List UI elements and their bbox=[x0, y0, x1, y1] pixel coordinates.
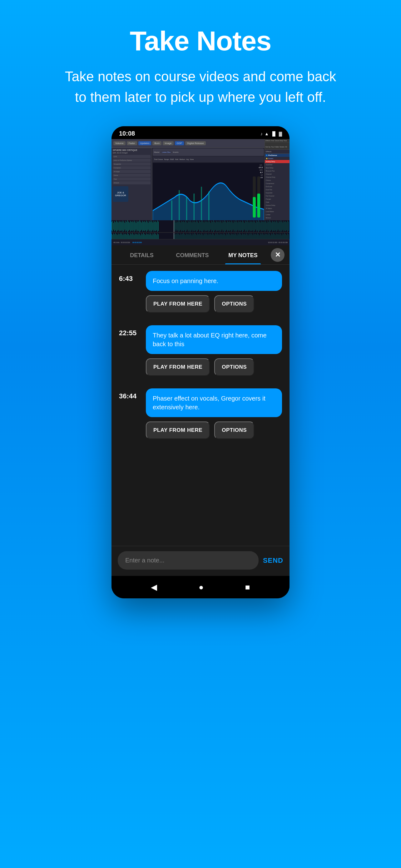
svg-rect-17 bbox=[118, 222, 119, 230]
svg-rect-43 bbox=[142, 221, 143, 231]
svg-rect-107 bbox=[216, 221, 216, 231]
svg-rect-24 bbox=[125, 223, 125, 230]
svg-rect-83 bbox=[194, 222, 194, 230]
svg-rect-34 bbox=[134, 221, 134, 232]
svg-rect-102 bbox=[211, 221, 212, 231]
tab-details[interactable]: DETAILS bbox=[116, 245, 167, 264]
svg-rect-144 bbox=[251, 222, 251, 230]
svg-rect-64 bbox=[176, 223, 176, 230]
svg-rect-92 bbox=[202, 220, 202, 232]
svg-rect-96 bbox=[206, 222, 206, 230]
recent-apps-button[interactable]: ■ bbox=[245, 582, 250, 592]
video-area: Volume Fader Updates Burn Image GDP Digi… bbox=[111, 139, 290, 245]
svg-rect-175 bbox=[280, 222, 280, 230]
svg-rect-158 bbox=[264, 222, 264, 230]
svg-rect-71 bbox=[182, 222, 183, 230]
play-from-here-button-3[interactable]: PLAY FROM HERE bbox=[146, 422, 210, 439]
note-input-field[interactable]: Enter a note... bbox=[118, 551, 259, 569]
svg-rect-110 bbox=[219, 222, 219, 230]
svg-rect-58 bbox=[157, 222, 157, 230]
svg-rect-54 bbox=[153, 222, 153, 230]
close-button[interactable]: ✕ bbox=[271, 248, 285, 262]
svg-rect-27 bbox=[127, 220, 128, 232]
send-button[interactable]: SEND bbox=[263, 556, 283, 565]
svg-rect-129 bbox=[237, 221, 237, 231]
options-button-1[interactable]: OPTIONS bbox=[214, 295, 254, 313]
svg-rect-163 bbox=[269, 222, 269, 230]
back-button[interactable]: ◀ bbox=[151, 582, 157, 592]
svg-rect-51 bbox=[150, 222, 150, 230]
note-timestamp-1: 6:43 bbox=[119, 271, 141, 313]
svg-rect-131 bbox=[239, 221, 239, 231]
svg-rect-147 bbox=[254, 221, 254, 232]
svg-rect-23 bbox=[124, 221, 124, 231]
svg-rect-49 bbox=[148, 223, 148, 230]
svg-rect-128 bbox=[236, 220, 236, 232]
tab-my-notes[interactable]: MY NOTES bbox=[218, 245, 268, 264]
home-button[interactable]: ● bbox=[199, 582, 204, 592]
svg-rect-183 bbox=[287, 221, 288, 232]
svg-rect-105 bbox=[214, 221, 214, 231]
tabs-row: DETAILS COMMENTS MY NOTES ✕ bbox=[111, 245, 290, 265]
status-icons: ♪ ▲ ▐▌ ▓ bbox=[261, 131, 282, 136]
svg-rect-181 bbox=[286, 221, 286, 231]
svg-rect-125 bbox=[233, 223, 233, 230]
svg-rect-32 bbox=[132, 221, 132, 231]
note-timestamp-3: 36:44 bbox=[119, 389, 141, 439]
svg-rect-60 bbox=[158, 221, 159, 231]
svg-rect-50 bbox=[149, 221, 149, 231]
svg-rect-30 bbox=[130, 221, 131, 231]
svg-rect-108 bbox=[217, 222, 218, 230]
svg-rect-135 bbox=[242, 221, 243, 232]
svg-rect-177 bbox=[282, 221, 282, 231]
svg-rect-118 bbox=[226, 222, 227, 230]
options-button-2[interactable]: OPTIONS bbox=[214, 359, 254, 376]
tab-comments[interactable]: COMMENTS bbox=[167, 245, 218, 264]
note-content-2: They talk a lot about EQ right here, com… bbox=[146, 325, 282, 376]
svg-rect-151 bbox=[257, 222, 258, 230]
svg-rect-121 bbox=[229, 221, 230, 231]
svg-rect-69 bbox=[180, 222, 181, 230]
svg-rect-7 bbox=[253, 197, 256, 218]
svg-rect-70 bbox=[181, 221, 182, 231]
note-content-3: Phaser effect on vocals, Gregor covers i… bbox=[146, 389, 282, 439]
svg-rect-167 bbox=[272, 221, 273, 231]
note-bubble-3: Phaser effect on vocals, Gregor covers i… bbox=[146, 389, 282, 417]
svg-rect-171 bbox=[276, 221, 276, 232]
svg-rect-18 bbox=[119, 221, 119, 231]
svg-rect-89 bbox=[199, 221, 200, 231]
options-button-3[interactable]: OPTIONS bbox=[214, 422, 254, 439]
svg-rect-170 bbox=[275, 222, 275, 230]
svg-rect-15 bbox=[116, 221, 116, 232]
note-timestamp-2: 22:55 bbox=[119, 325, 141, 376]
svg-rect-14 bbox=[115, 222, 115, 230]
svg-rect-21 bbox=[122, 222, 122, 230]
svg-rect-161 bbox=[267, 223, 267, 230]
svg-rect-132 bbox=[239, 222, 240, 230]
svg-rect-77 bbox=[188, 221, 188, 231]
svg-rect-159 bbox=[265, 221, 265, 232]
note-bubble-2: They talk a lot about EQ right here, com… bbox=[146, 325, 282, 354]
bottom-nav: ◀ ● ■ bbox=[111, 576, 290, 598]
svg-rect-137 bbox=[244, 223, 244, 230]
svg-rect-106 bbox=[215, 222, 215, 230]
play-from-here-button-1[interactable]: PLAY FROM HERE bbox=[146, 295, 210, 313]
svg-rect-28 bbox=[128, 221, 129, 231]
phone-mockup: 10:08 ♪ ▲ ▐▌ ▓ Volume Fader Updates Burn… bbox=[111, 126, 290, 598]
svg-rect-46 bbox=[145, 222, 145, 230]
music-icon: ♪ bbox=[261, 131, 263, 136]
svg-rect-111 bbox=[220, 221, 220, 232]
svg-rect-62 bbox=[174, 222, 174, 230]
daw-btn-fader: Fader bbox=[127, 141, 137, 145]
play-from-here-button-2[interactable]: PLAY FROM HERE bbox=[146, 359, 210, 376]
daw-btn-updates: Updates bbox=[138, 141, 152, 145]
status-time: 10:08 bbox=[119, 130, 135, 137]
svg-rect-116 bbox=[225, 220, 225, 232]
svg-rect-160 bbox=[266, 221, 266, 231]
close-icon: ✕ bbox=[275, 251, 280, 258]
svg-rect-162 bbox=[268, 221, 268, 231]
svg-rect-26 bbox=[127, 222, 127, 230]
svg-rect-63 bbox=[175, 221, 175, 231]
svg-rect-117 bbox=[226, 221, 226, 231]
svg-rect-179 bbox=[283, 221, 284, 231]
